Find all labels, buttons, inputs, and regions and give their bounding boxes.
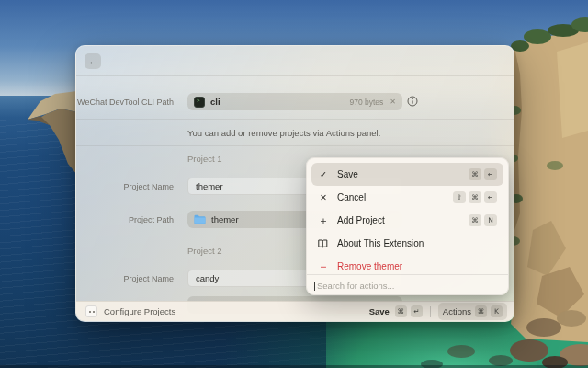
action-item-about[interactable]: About This Extension — [311, 232, 503, 255]
project1-name-label: Project Name — [76, 182, 174, 191]
command-key-icon: ⌘ — [469, 214, 481, 226]
footer-actions-button[interactable]: Actions ⌘ K — [438, 303, 507, 320]
divider — [76, 119, 514, 120]
desktop: ← WeChat DevTool CLI Path cli 970 bytes … — [0, 0, 588, 368]
cli-file-size: 970 bytes — [349, 98, 383, 107]
shift-key-icon: ⇧ — [453, 191, 466, 203]
k-key-icon: K — [491, 305, 503, 317]
command-key-icon: ⌘ — [475, 305, 487, 317]
action-item-save[interactable]: ✓ Save ⌘ ↵ — [311, 163, 503, 186]
window-header: ← — [76, 46, 514, 76]
project1-heading: Project 1 — [187, 154, 222, 164]
close-icon: ✕ — [318, 192, 329, 202]
actions-panel: ✓ Save ⌘ ↵ ✕ Cancel ⇧ ⌘ ↵ + Add Project — [306, 157, 509, 295]
action-item-cancel[interactable]: ✕ Cancel ⇧ ⌘ ↵ — [311, 186, 503, 209]
action-label: Cancel — [337, 192, 453, 202]
action-item-add-project[interactable]: + Add Project ⌘ N — [311, 209, 503, 232]
return-key-icon: ↵ — [411, 305, 423, 317]
check-icon: ✓ — [318, 169, 329, 179]
action-item-remove-themer[interactable]: − Remove themer — [311, 255, 503, 274]
footer-bar: Configure Projects Save ⌘ ↵ Actions ⌘ K — [76, 301, 514, 321]
project1-path-label: Project Path — [76, 215, 174, 224]
back-arrow-icon: ← — [88, 56, 97, 66]
return-key-icon: ↵ — [484, 168, 497, 180]
project2-name-label: Project Name — [76, 274, 174, 283]
text-cursor — [314, 282, 315, 291]
n-key-icon: N — [484, 214, 497, 226]
actions-button-label: Actions — [443, 306, 471, 316]
command-key-icon: ⌘ — [395, 305, 407, 317]
action-label: Remove themer — [337, 261, 497, 271]
footer-actions-area: Save ⌘ ↵ Actions ⌘ K — [369, 303, 507, 320]
command-key-icon: ⌘ — [469, 168, 481, 180]
project1-path-value: themer — [211, 214, 239, 224]
footer-divider — [430, 306, 431, 317]
cli-path-label: WeChat DevTool CLI Path — [76, 98, 174, 107]
project2-name-value: candy — [196, 273, 219, 283]
divider — [76, 145, 514, 146]
project2-heading: Project 2 — [187, 246, 222, 256]
actions-search-input[interactable]: Search for actions... — [307, 274, 508, 295]
back-button[interactable]: ← — [85, 53, 101, 69]
plus-icon: + — [318, 215, 329, 225]
action-label: About This Extension — [337, 238, 497, 248]
extension-icon — [85, 305, 97, 317]
folder-icon — [194, 214, 206, 224]
book-icon — [318, 239, 329, 248]
remove-file-icon[interactable]: ✕ — [390, 98, 396, 106]
cli-path-file-chip[interactable]: cli 970 bytes ✕ — [187, 93, 402, 110]
command-key-icon: ⌘ — [469, 191, 481, 203]
terminal-icon — [194, 97, 205, 108]
action-label: Save — [337, 169, 469, 179]
project1-name-value: themer — [196, 181, 223, 191]
description-text: You can add or remove projects via Actio… — [187, 128, 380, 138]
minus-icon: − — [318, 261, 329, 271]
footer-title: Configure Projects — [104, 306, 369, 316]
search-placeholder: Search for actions... — [317, 281, 394, 291]
footer-save-button[interactable]: Save — [369, 306, 390, 316]
return-key-icon: ↵ — [484, 191, 497, 203]
cli-file-name: cli — [210, 97, 220, 107]
info-icon[interactable] — [407, 96, 418, 107]
action-label: Add Project — [337, 215, 469, 225]
actions-list: ✓ Save ⌘ ↵ ✕ Cancel ⇧ ⌘ ↵ + Add Project — [311, 163, 503, 274]
